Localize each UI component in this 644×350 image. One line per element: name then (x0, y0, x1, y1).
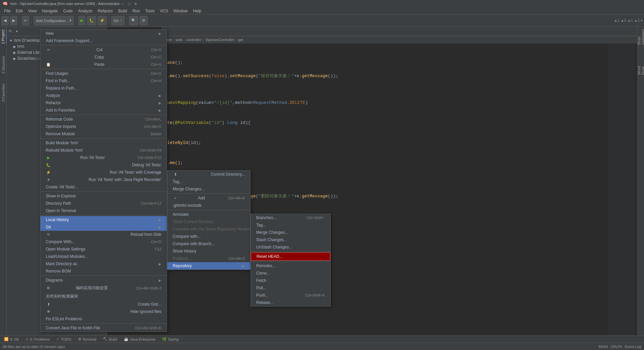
ctx-copy[interactable]: Copy Ctrl+C (40, 53, 167, 61)
minimize-button[interactable]: ─ (120, 1, 125, 6)
status-position[interactable]: 58:64 (599, 345, 608, 349)
menu-analyze[interactable]: Analyze (75, 8, 95, 14)
ctx-open-terminal[interactable]: Open in Terminal (40, 207, 167, 214)
search-everywhere-button[interactable]: 🔍 (129, 16, 138, 25)
terminal-tab[interactable]: ⊞ Terminal (77, 337, 98, 341)
ctx-find-in-path[interactable]: Find in Path... Ctrl+H (40, 77, 167, 84)
ctx-show-explorer[interactable]: Show in Explorer (40, 192, 167, 200)
git-rollback[interactable]: Rollback... Ctrl+Alt+Z (167, 255, 250, 262)
menu-code[interactable]: Code (60, 8, 75, 14)
ctx-replace-in-path[interactable]: Replace in Path... (40, 84, 167, 92)
git-compare-with[interactable]: Compare with... (167, 233, 250, 240)
bc-controller[interactable]: controller (186, 38, 201, 42)
settings-button[interactable]: ⚙ (140, 16, 148, 25)
ctx-create-gist[interactable]: ⬆ Create Gist... (40, 301, 167, 308)
bc-get[interactable]: get (238, 38, 243, 42)
ctx-analyze[interactable]: Analyze ▶ (40, 92, 167, 99)
menu-navigate[interactable]: Navigate (39, 8, 60, 14)
ctx-diagrams[interactable]: Diagrams ▶ (40, 277, 167, 284)
structure-panel-icon[interactable]: 2:Structure (0, 57, 7, 72)
git-show-history[interactable]: Show History (167, 247, 250, 255)
repo-branches[interactable]: Branches... Ctrl+Shift+` (251, 214, 330, 221)
git-tag[interactable]: Tag... (167, 178, 250, 185)
repo-merge-changes[interactable]: Merge Changes... (251, 229, 330, 236)
ctx-encode-settings[interactable]: ⚙ 编码实现功能设置 Ctrl+Alt+Shift+J (40, 284, 167, 292)
ctx-reformat[interactable]: Reformat Code Ctrl+Alt+L (40, 116, 167, 123)
repo-reset-head[interactable]: Reset HEAD... (251, 252, 330, 260)
repo-fetch[interactable]: Fetch (251, 277, 330, 284)
repo-pull[interactable]: Pull... (251, 284, 330, 292)
git-add-item[interactable]: + Add Ctrl+Alt+A (167, 194, 250, 202)
ctx-rebuild-module[interactable]: Rebuild Module 'hrm' Ctrl+Shift+F9 (40, 147, 167, 154)
menu-run[interactable]: Run (130, 8, 143, 14)
build-tab[interactable]: 🔨 Build (102, 337, 118, 341)
git-show-current-revision[interactable]: Show Current Revision (167, 218, 250, 225)
git-compare-branch[interactable]: Compare with Branch... (167, 240, 250, 247)
menu-build[interactable]: Build (116, 8, 130, 14)
repo-tag[interactable]: Tag... (251, 221, 330, 229)
repo-push[interactable]: Push... Ctrl+Shift+K (251, 292, 330, 299)
debug-button[interactable]: 🐛 (87, 16, 96, 25)
ctx-load-unload[interactable]: Load/Unload Modules... (40, 253, 167, 260)
coverage-button[interactable]: ⚡ (98, 16, 107, 25)
ctx-add-framework[interactable]: Add Framework Support... (40, 37, 167, 44)
toolbar-back[interactable]: ◀ (1, 16, 9, 25)
git-repository[interactable]: Repository ▶ (167, 262, 250, 270)
ctx-reload-disk[interactable]: ↻ Reload from Disk (40, 231, 167, 238)
ctx-remove-bom[interactable]: Remove BOM (40, 268, 167, 275)
repo-stash[interactable]: Stash Changes... (251, 236, 330, 243)
git-compare-same-repo[interactable]: Compare with the Same Repository Version (167, 225, 250, 233)
ctx-find-usages[interactable]: Find Usages Ctrl+G (40, 70, 167, 77)
repo-rebase[interactable]: Rebase... (251, 299, 330, 306)
git-merge-changes[interactable]: Merge Changes... (167, 185, 250, 193)
menu-file[interactable]: File (1, 8, 13, 14)
run-button[interactable]: ▶ (78, 16, 86, 25)
ctx-refactor[interactable]: Refactor ▶ (40, 99, 167, 107)
menu-help[interactable]: Help (190, 8, 204, 14)
repo-remotes[interactable]: Remotes... (251, 262, 330, 270)
repo-clone[interactable]: Clone... (251, 270, 330, 277)
ctx-optimize-imports[interactable]: Optimize Imports Ctrl+Alt+O (40, 123, 167, 130)
ctx-build-module[interactable]: Build Module 'hrm' (40, 139, 167, 147)
ctx-directory-path[interactable]: Directory Path Ctrl+Alt+F12 (40, 200, 167, 207)
right-bean-validation-icon[interactable]: Bean Validation (638, 29, 644, 44)
git-annotate[interactable]: Annotate (167, 211, 250, 218)
ctx-run-flight[interactable]: ✈ Run 'All Tests' with 'Java Flight Reco… (40, 176, 167, 183)
ctx-mark-directory[interactable]: Mark Directory as ▶ (40, 260, 167, 268)
status-encoding[interactable]: CRLFh (611, 345, 622, 349)
ctx-git[interactable]: Git ▶ (40, 223, 167, 231)
add-configuration-button[interactable]: Add Configuration... ▾ (34, 16, 74, 25)
ctx-remove-module[interactable]: Remove Module Delete (40, 130, 167, 138)
ctx-convert-kotlin[interactable]: Convert Java File to Kotlin File Ctrl+Al… (40, 324, 167, 332)
ctx-new[interactable]: New ▶ (40, 30, 167, 37)
toolbar-revert[interactable]: ↩ (22, 16, 29, 25)
project-dropdown[interactable]: ▾ (16, 29, 18, 33)
project-panel-icon[interactable]: 1:Project (0, 29, 7, 44)
menu-view[interactable]: View (25, 8, 39, 14)
ctx-paste[interactable]: 📋 Paste Ctrl+V (40, 61, 167, 68)
ctx-fix-eslint[interactable]: Fix ESLint Problems (40, 315, 167, 323)
git-tab[interactable]: 🔀 8: Git (3, 337, 20, 341)
right-word-book-icon[interactable]: Word Book (638, 60, 644, 75)
menu-edit[interactable]: Edit (13, 8, 25, 14)
ctx-cut[interactable]: ✂ Cut Ctrl+X (40, 46, 167, 53)
ctx-debug-tests[interactable]: 🐛 Debug 'All Tests' (40, 161, 167, 169)
toolbar-forward[interactable]: ▶ (10, 16, 17, 25)
git-info-exclude[interactable]: :git/info/.exclude (167, 202, 250, 209)
java-enterprise-tab[interactable]: ☕ Java Enterprise (123, 337, 157, 341)
maximize-button[interactable]: □ (126, 1, 132, 6)
favorites-panel-icon[interactable]: 3:Favorites (0, 85, 7, 100)
ctx-run-tests[interactable]: ▶ Run 'All Tests' Ctrl+Shift+F10 (40, 154, 167, 161)
ctx-hide-ignored[interactable]: 👁 Hide ignored files (40, 308, 167, 315)
ctx-run-coverage[interactable]: ⚡ Run 'All Tests' with Coverage (40, 169, 167, 176)
ctx-check-feature[interactable]: 关闭实时检测漏洞 (40, 292, 167, 301)
menu-refactor[interactable]: Refactor (95, 8, 116, 14)
spring-tab[interactable]: 🌿 Spring (161, 337, 180, 341)
menu-tools[interactable]: Tools (143, 8, 157, 14)
todo-tab[interactable]: ✓ TODO (55, 337, 73, 341)
ctx-create-tests[interactable]: Create 'All Tests'... (40, 183, 167, 191)
repo-unstash[interactable]: UnStash Changes... (251, 243, 330, 251)
status-event-log[interactable]: Event Log (625, 345, 641, 349)
git-commit-dir[interactable]: ⬆ Commit Directory... (167, 171, 250, 178)
close-button[interactable]: ✕ (133, 1, 138, 6)
